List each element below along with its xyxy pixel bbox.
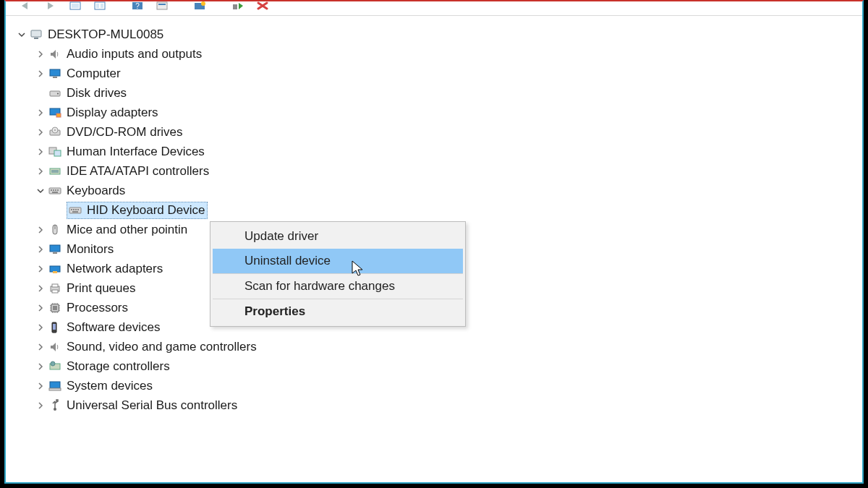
svg-rect-26 [51,170,59,173]
tree-item-label: System devices [67,376,153,395]
chevron-right-icon[interactable] [35,244,46,255]
toolbar-props-icon[interactable] [156,1,171,10]
svg-rect-41 [50,245,60,252]
svg-rect-37 [77,209,79,210]
svg-rect-12 [31,30,41,37]
tree-item-computer[interactable]: Computer [9,64,859,83]
toolbar-help-icon[interactable]: ? [132,1,146,10]
chevron-right-icon[interactable] [35,68,46,80]
keyboard-icon [48,184,62,198]
chevron-right-icon[interactable] [35,380,46,392]
speaker-icon [48,340,62,354]
tree-item-label: Human Interface Devices [67,142,205,161]
tree-item-usb[interactable]: Universal Serial Bus controllers [9,395,859,415]
computer-icon [29,27,43,42]
tree-item-label: DVD/CD-ROM drives [67,122,183,142]
tree-root-label: DESKTOP-MUL0085 [48,25,163,44]
menu-update-driver[interactable]: Update driver [213,224,463,249]
menu-properties[interactable]: Properties [213,299,463,324]
chevron-right-icon[interactable] [35,107,46,119]
ide-icon [48,164,62,179]
tree-item-dvd[interactable]: DVD/CD-ROM drives [9,122,859,142]
tree-item-system[interactable]: System devices [9,376,859,395]
svg-rect-51 [53,324,56,330]
keyboard-icon [68,203,82,218]
svg-rect-14 [50,69,60,76]
svg-rect-36 [75,209,77,210]
menu-uninstall-device[interactable]: Uninstall device [213,249,463,274]
usb-icon [48,398,62,413]
tree-item-label: Storage controllers [67,356,170,376]
svg-point-17 [57,93,59,94]
svg-rect-8 [158,4,166,5]
svg-rect-19 [56,114,61,117]
svg-point-22 [54,129,56,131]
svg-rect-38 [72,211,78,213]
svg-rect-7 [157,2,167,9]
tree-item-hid[interactable]: Human Interface Devices [9,142,859,161]
tree-item-label: Disk drives [67,83,127,103]
system-device-icon [48,379,62,393]
svg-rect-31 [57,189,59,191]
toolbar-disable-icon[interactable] [256,1,271,10]
monitor-icon [48,242,62,257]
svg-rect-44 [53,271,57,273]
svg-rect-11 [233,4,237,9]
chevron-down-icon[interactable] [35,185,46,197]
chevron-down-icon[interactable] [16,29,27,40]
svg-rect-30 [55,189,56,191]
tree-root[interactable]: DESKTOP-MUL0085 [9,25,859,44]
tree-item-label: Software devices [67,317,160,337]
chevron-right-icon[interactable] [35,224,46,236]
chevron-right-icon[interactable] [35,166,46,177]
tree-item-label: Universal Serial Bus controllers [67,395,237,415]
toolbar-grid1-icon[interactable] [69,1,84,10]
chevron-right-icon[interactable] [35,361,46,372]
toolbar-enable-icon[interactable] [231,1,246,10]
chevron-right-icon[interactable] [35,263,46,275]
svg-rect-24 [54,150,61,156]
disc-drive-icon [48,125,62,140]
tree-item-sound[interactable]: Sound, video and game controllers [9,337,859,356]
tree-item-display[interactable]: Display adapters [9,103,859,122]
toolbar-back-icon[interactable] [20,1,35,10]
svg-rect-55 [49,388,61,390]
tree-item-keyboards[interactable]: Keyboards [9,181,859,200]
context-menu: Update driver Uninstall device Scan for … [210,221,466,327]
svg-text:?: ? [135,2,140,10]
monitor-icon [48,67,62,81]
drive-icon [48,86,62,100]
hid-icon [48,145,62,159]
chevron-right-icon[interactable] [35,127,46,138]
tree-item-label: Display adapters [67,103,158,122]
svg-rect-34 [71,209,72,210]
chevron-right-icon[interactable] [35,283,46,294]
svg-rect-15 [53,77,57,78]
toolbar-grid2-icon[interactable] [94,1,109,10]
svg-rect-1 [72,4,79,8]
svg-rect-3 [96,4,99,8]
chevron-right-icon[interactable] [35,341,46,353]
printer-icon [48,281,62,296]
tree-item-label: Print queues [67,278,135,298]
chevron-right-icon[interactable] [35,322,46,333]
chevron-right-icon[interactable] [35,48,46,60]
toolbar-scan-icon[interactable] [194,1,208,10]
tree-item-disk[interactable]: Disk drives [9,83,859,103]
svg-rect-49 [53,306,57,310]
menu-scan-hardware[interactable]: Scan for hardware changes [213,274,463,299]
tree-item-audio[interactable]: Audio inputs and outputs [9,44,859,64]
tree-item-storage[interactable]: Storage controllers [9,356,859,376]
svg-rect-54 [50,382,60,388]
svg-rect-32 [52,192,58,193]
tree-item-ide[interactable]: IDE ATA/ATAPI controllers [9,161,859,181]
chevron-right-icon[interactable] [35,400,46,411]
chevron-right-icon[interactable] [35,146,46,158]
svg-rect-35 [73,209,75,210]
tree-item-label: HID Keyboard Device [87,200,205,220]
toolbar-forward-icon[interactable] [45,1,59,10]
chevron-right-icon[interactable] [35,302,46,314]
tree-item-label: Computer [67,64,121,83]
tree-item-label: IDE ATA/ATAPI controllers [67,161,209,181]
tree-item-hid-keyboard[interactable]: HID Keyboard Device [9,200,859,220]
